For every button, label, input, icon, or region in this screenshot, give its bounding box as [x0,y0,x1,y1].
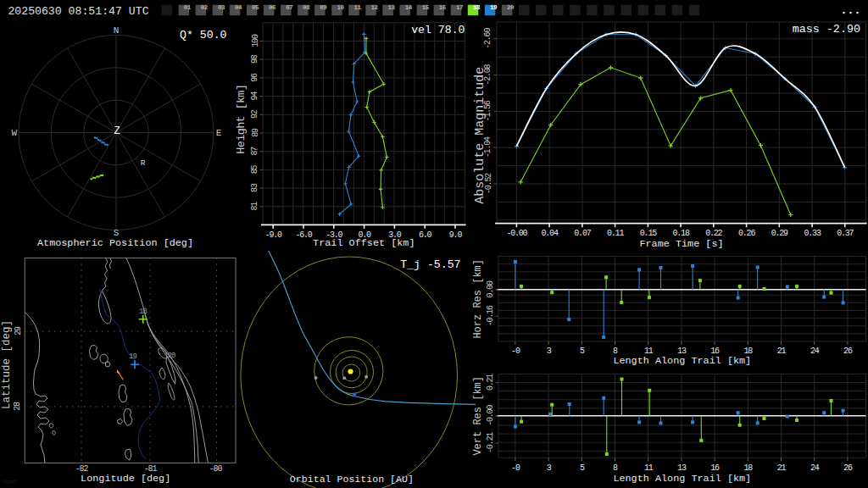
svg-text:11: 11 [644,347,654,356]
svg-text:PyGMT: PyGMT [3,480,16,485]
svg-text:W: W [11,128,17,138]
svg-text:-82: -82 [75,464,89,474]
svg-text:13: 13 [677,463,687,473]
svg-text:T_j -5.57: T_j -5.57 [400,258,460,271]
svg-text:Latitude [deg]: Latitude [deg] [1,320,13,409]
svg-text:19: 19 [129,352,136,361]
svg-text:16: 16 [439,4,447,11]
svg-text:0.00: 0.00 [486,280,495,297]
svg-text:20250630 08:51:47 UTC: 20250630 08:51:47 UTC [8,5,148,18]
svg-text:16: 16 [710,347,720,356]
svg-text:vel 78.0: vel 78.0 [411,24,465,36]
svg-text:21: 21 [777,463,787,473]
svg-text:Height [km]: Height [km] [236,85,248,154]
svg-text:0.22: 0.22 [705,229,722,238]
svg-text:21: 21 [777,347,787,356]
svg-text:07: 07 [286,4,292,11]
svg-text:100: 100 [251,34,260,47]
svg-text:16: 16 [710,463,720,473]
svg-text:11: 11 [353,4,361,11]
svg-text:E: E [216,128,222,138]
svg-text:9.0: 9.0 [449,230,463,240]
svg-text:Q* 50.0: Q* 50.0 [180,29,226,42]
svg-text:81: 81 [251,202,260,211]
svg-text:02: 02 [201,4,209,11]
svg-text:26: 26 [843,347,853,356]
svg-text:Length Along Trail [km]: Length Along Trail [km] [613,473,751,485]
svg-text:3: 3 [547,347,552,356]
svg-text:01: 01 [184,4,192,11]
svg-text:Orbital Position [AU]: Orbital Position [AU] [290,474,414,485]
svg-text:29: 29 [14,326,23,336]
svg-text:Frame Time [s]: Frame Time [s] [639,238,723,250]
svg-text:13: 13 [677,347,687,356]
svg-text:12: 12 [370,4,378,11]
svg-text:92: 92 [251,109,260,119]
svg-text:0.11: 0.11 [607,229,624,238]
svg-text:24: 24 [810,347,820,356]
svg-text:14: 14 [405,4,413,11]
svg-text:Vert Res [km]: Vert Res [km] [472,376,484,456]
svg-text:5: 5 [580,347,585,356]
svg-text:83: 83 [251,183,260,192]
svg-text:-0.21: -0.21 [486,432,495,453]
svg-text:N: N [114,25,120,36]
svg-text:18: 18 [473,4,481,11]
svg-text:Z: Z [114,125,120,137]
svg-text:8: 8 [613,463,618,473]
svg-text:Atmospheric Position [deg]: Atmospheric Position [deg] [37,237,193,249]
svg-text:-81: -81 [144,464,158,474]
svg-text:-0.00: -0.00 [486,405,495,426]
svg-text:18: 18 [743,463,753,473]
svg-text:94: 94 [251,92,260,101]
svg-text:-0: -0 [511,347,520,356]
svg-text:26: 26 [843,463,853,473]
svg-text:0.29: 0.29 [771,229,788,238]
svg-text:Length Along Trail [km]: Length Along Trail [km] [613,355,751,367]
svg-text:0.21: 0.21 [486,374,495,391]
svg-text:18: 18 [743,347,753,356]
svg-text:0.18: 0.18 [672,229,689,238]
svg-text:Absolute Magnitude: Absolute Magnitude [473,67,487,204]
svg-text:Horz Res [km]: Horz Res [km] [472,259,484,339]
svg-text:85: 85 [251,164,260,174]
svg-text:5: 5 [580,463,585,473]
svg-text:05: 05 [252,4,259,11]
svg-text:06: 06 [269,4,276,11]
svg-text:87: 87 [251,147,260,156]
svg-text:mass -2.90: mass -2.90 [793,23,860,36]
svg-text:18: 18 [139,308,147,316]
svg-text:0.33: 0.33 [804,229,821,238]
svg-text:15: 15 [422,4,430,11]
svg-text:-9.0: -9.0 [265,230,282,240]
svg-text:11: 11 [644,463,654,473]
svg-text:Longitude [deg]: Longitude [deg] [81,473,170,485]
svg-text:96: 96 [251,73,260,82]
svg-text:0.07: 0.07 [574,229,591,238]
svg-text:20: 20 [507,4,515,11]
svg-text:98: 98 [251,54,260,64]
svg-text:6.0: 6.0 [419,230,432,240]
svg-text:-2.60: -2.60 [484,28,493,49]
svg-text:Trail Offset [km]: Trail Offset [km] [313,237,415,249]
svg-text:09: 09 [320,4,327,11]
svg-text:8: 8 [613,347,618,356]
svg-text:24: 24 [810,463,820,473]
svg-text:0.04: 0.04 [541,229,558,238]
svg-text:R: R [141,158,146,168]
svg-text:-0.00: -0.00 [506,229,527,238]
svg-text:-0: -0 [511,463,520,473]
svg-text:04: 04 [235,4,242,11]
svg-text:0.26: 0.26 [738,229,755,238]
svg-text:-80: -80 [209,464,223,474]
svg-text:0.37: 0.37 [837,229,854,238]
svg-text:10: 10 [337,4,344,11]
svg-text:08: 08 [303,4,310,11]
svg-text:-6.0: -6.0 [295,230,312,240]
svg-text:20: 20 [168,352,175,360]
svg-text:17: 17 [456,4,463,11]
svg-text:28: 28 [14,402,23,411]
svg-text:89: 89 [251,128,260,137]
svg-text:19: 19 [490,4,498,11]
svg-text:0.15: 0.15 [640,229,657,238]
